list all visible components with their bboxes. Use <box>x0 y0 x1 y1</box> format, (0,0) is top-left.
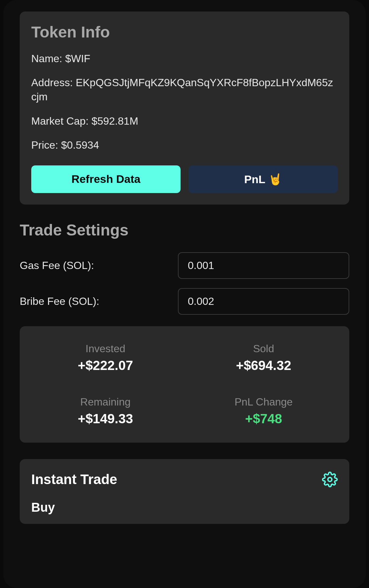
buy-label: Buy <box>31 501 338 515</box>
stat-sold-value: +$694.32 <box>188 358 339 373</box>
token-info-button-row: Refresh Data PnL 🤘 <box>31 165 338 193</box>
token-marketcap-value: $592.81M <box>91 115 138 127</box>
stat-pnl-change: PnL Change +$748 <box>188 396 339 426</box>
token-info-title: Token Info <box>31 23 338 41</box>
stat-pnl-change-label: PnL Change <box>188 396 339 408</box>
stat-pnl-change-value: +$748 <box>188 411 339 426</box>
token-name-line: Name: $WIF <box>31 52 338 66</box>
svg-point-0 <box>328 478 332 481</box>
stat-sold: Sold +$694.32 <box>188 343 339 373</box>
token-name-value: $WIF <box>65 53 90 64</box>
token-address-label: Address: <box>31 77 73 88</box>
stat-remaining-value: +$149.33 <box>30 411 181 426</box>
instant-trade-header: Instant Trade <box>31 472 338 487</box>
token-marketcap-label: Market Cap: <box>31 115 88 127</box>
stats-grid: Invested +$222.07 Sold +$694.32 Remainin… <box>30 343 339 426</box>
token-price-line: Price: $0.5934 <box>31 138 338 152</box>
refresh-data-button[interactable]: Refresh Data <box>31 165 181 193</box>
gas-fee-input[interactable] <box>178 252 349 279</box>
stat-remaining: Remaining +$149.33 <box>30 396 181 426</box>
instant-trade-title: Instant Trade <box>31 472 117 487</box>
token-address-line: Address: EKpQGSJtjMFqKZ9KQanSqYXRcF8fBop… <box>31 76 338 104</box>
gas-fee-label: Gas Fee (SOL): <box>20 259 178 272</box>
token-name-label: Name: <box>31 53 62 64</box>
stat-sold-label: Sold <box>188 343 339 355</box>
stat-remaining-label: Remaining <box>30 396 181 408</box>
bribe-fee-label: Bribe Fee (SOL): <box>20 295 178 307</box>
trade-settings-title: Trade Settings <box>20 221 349 239</box>
gear-icon[interactable] <box>322 472 338 487</box>
app-container: Token Info Name: $WIF Address: EKpQGSJtj… <box>3 0 366 588</box>
token-price-value: $0.5934 <box>61 139 99 151</box>
bribe-fee-input[interactable] <box>178 288 349 315</box>
stat-invested-value: +$222.07 <box>30 358 181 373</box>
stat-invested-label: Invested <box>30 343 181 355</box>
token-address-value: EKpQGSJtjMFqKZ9KQanSqYXRcF8fBopzLHYxdM65… <box>31 77 333 103</box>
stats-card: Invested +$222.07 Sold +$694.32 Remainin… <box>20 326 349 443</box>
token-price-label: Price: <box>31 139 58 151</box>
pnl-button[interactable]: PnL 🤘 <box>188 165 338 193</box>
bribe-fee-row: Bribe Fee (SOL): <box>20 288 349 315</box>
token-info-card: Token Info Name: $WIF Address: EKpQGSJtj… <box>20 12 349 205</box>
gas-fee-row: Gas Fee (SOL): <box>20 252 349 279</box>
token-marketcap-line: Market Cap: $592.81M <box>31 114 338 128</box>
instant-trade-card: Instant Trade Buy <box>20 459 349 524</box>
stat-invested: Invested +$222.07 <box>30 343 181 373</box>
